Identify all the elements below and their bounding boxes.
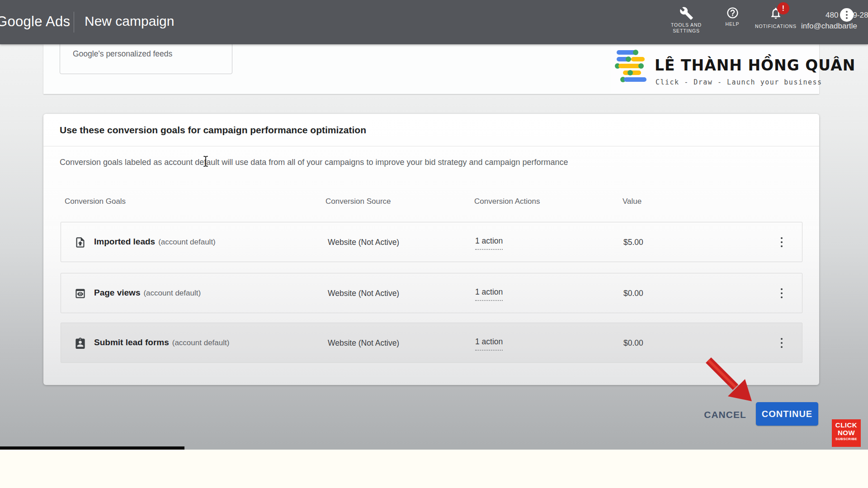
notifications-button[interactable]: ! NOTIFICATIONS: [749, 6, 803, 42]
channel-watermark: LÊ THÀNH HỒNG QUÂN Click - Draw - Launch…: [611, 47, 819, 94]
continue-button[interactable]: CONTINUE: [756, 402, 818, 426]
goal-source: Website (Not Active): [328, 338, 399, 348]
sticker-line3: SUBSCRIBE: [832, 436, 861, 442]
goal-row-imported-leads[interactable]: Imported leads(account default) Website …: [61, 222, 802, 262]
subscribe-sticker: CLICK NOW SUBSCRIBE: [832, 419, 861, 447]
goal-actions-link[interactable]: 1 action: [475, 236, 503, 250]
goal-suffix: (account default): [158, 238, 216, 246]
column-header-goals: Conversion Goals: [65, 197, 126, 206]
column-header-value: Value: [623, 197, 642, 206]
text-cursor-icon: [203, 155, 209, 167]
goal-source: Website (Not Active): [328, 238, 399, 247]
goal-value: $0.00: [623, 289, 643, 298]
channel-logo-icon: [615, 50, 654, 91]
tools-label-line1: TOOLS AND: [661, 22, 712, 28]
notification-badge: !: [777, 2, 789, 14]
goal-name: Imported leads(account default): [94, 237, 216, 247]
goal-source: Website (Not Active): [328, 289, 399, 298]
goal-suffix: (account default): [172, 338, 230, 347]
personalized-feeds-label: Google's personalized feeds: [73, 49, 172, 59]
red-arrow-annotation-icon: [702, 354, 757, 407]
blur-overlay-kebab-icon: [840, 8, 854, 22]
help-button[interactable]: HELP: [718, 6, 747, 42]
goal-value: $5.00: [623, 238, 643, 247]
row-menu-kebab-icon[interactable]: [776, 284, 788, 302]
goal-name: Page views(account default): [94, 288, 201, 298]
bottom-black-strip: [0, 446, 184, 450]
topbar-divider: [74, 12, 74, 33]
goal-actions-link[interactable]: 1 action: [475, 287, 503, 301]
lead-form-icon: [74, 337, 86, 349]
card-description: Conversion goals labeled as account defa…: [60, 158, 568, 167]
help-label: HELP: [718, 21, 747, 27]
row-menu-kebab-icon[interactable]: [776, 233, 788, 251]
top-app-bar: Google Ads New campaign TOOLS AND SETTIN…: [0, 0, 868, 44]
goal-row-submit-lead-forms[interactable]: Submit lead forms(account default) Websi…: [61, 323, 802, 363]
screen: Google Ads New campaign TOOLS AND SETTIN…: [0, 0, 868, 488]
google-ads-logo[interactable]: Google Ads: [0, 14, 70, 30]
pageview-icon: [74, 287, 86, 300]
tools-label-line2: SETTINGS: [661, 28, 712, 34]
help-icon: [726, 6, 739, 19]
card-divider: [43, 146, 819, 146]
goal-suffix: (account default): [143, 289, 201, 297]
personalized-feeds-option[interactable]: Google's personalized feeds: [60, 44, 232, 74]
notifications-label: NOTIFICATIONS: [749, 23, 803, 29]
goal-actions-link[interactable]: 1 action: [475, 337, 503, 351]
conversion-goals-card: Use these conversion goals for campaign …: [43, 114, 819, 385]
page-title: New campaign: [85, 14, 174, 29]
upload-file-icon: [74, 236, 86, 249]
channel-name: LÊ THÀNH HỒNG QUÂN: [655, 56, 855, 74]
column-header-actions: Conversion Actions: [474, 197, 540, 206]
wrench-icon: [679, 6, 693, 20]
goal-name: Submit lead forms(account default): [94, 338, 229, 347]
goal-row-page-views[interactable]: Page views(account default) Website (Not…: [61, 273, 802, 313]
sticker-line2: NOW: [832, 429, 861, 436]
cancel-button[interactable]: CANCEL: [700, 407, 750, 422]
row-menu-kebab-icon[interactable]: [776, 334, 788, 352]
channel-tagline: Click - Draw - Launch your business: [656, 78, 822, 86]
sticker-line1: CLICK: [832, 421, 861, 429]
bottom-white-band: [0, 450, 868, 488]
goal-value: $0.00: [623, 338, 643, 348]
account-email: info@chadbartle: [801, 22, 857, 31]
card-title: Use these conversion goals for campaign …: [60, 125, 366, 136]
tools-and-settings-button[interactable]: TOOLS AND SETTINGS: [661, 6, 712, 42]
column-header-source: Conversion Source: [326, 197, 391, 206]
